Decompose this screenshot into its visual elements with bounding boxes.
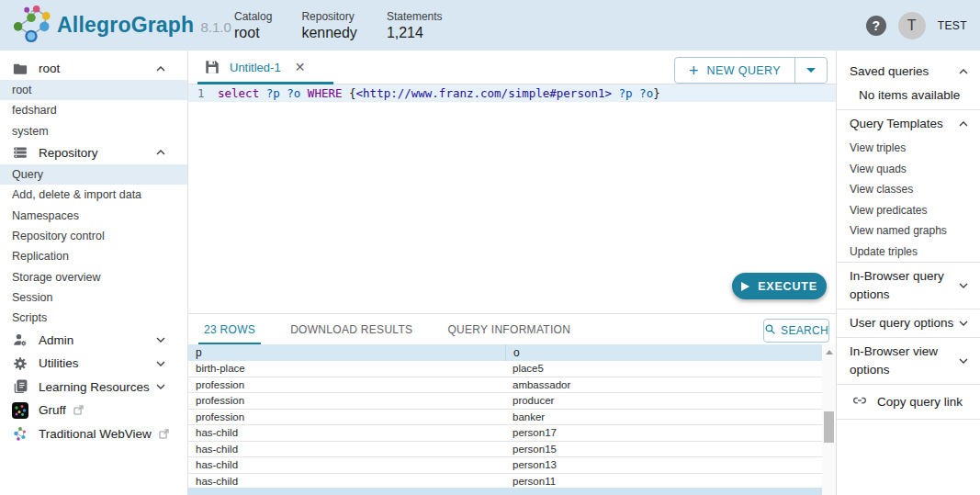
template-view-quads[interactable]: View quads xyxy=(837,159,980,180)
sidebar-item-replication-label: Replication xyxy=(12,250,69,263)
template-view-triples[interactable]: View triples xyxy=(837,138,980,159)
section-in-browser-query-options[interactable]: In-Browser query options xyxy=(837,263,980,309)
vertical-scrollbar[interactable] xyxy=(822,344,836,495)
sidebar-item-session[interactable]: Session xyxy=(0,287,187,308)
app-version: 8.1.0 xyxy=(200,19,231,35)
section-saved-queries[interactable]: Saved queries xyxy=(837,58,980,85)
scroll-up-arrow-icon[interactable] xyxy=(822,346,836,357)
link-icon xyxy=(851,392,868,411)
stat-repository-value: kennedy xyxy=(301,25,357,41)
template-view-predicates[interactable]: View predicates xyxy=(837,200,980,221)
template-view-classes[interactable]: View classes xyxy=(837,179,980,200)
sidebar-item-fedshard[interactable]: fedshard xyxy=(0,100,187,120)
sidebar-item-traditional-webview[interactable]: Traditional WebView xyxy=(0,422,187,445)
cell-p: profession xyxy=(188,410,505,425)
cell-o: ambassador xyxy=(505,377,822,393)
chevron-up-icon xyxy=(153,145,168,160)
results-tab-bar: 23 ROWS DOWNLOAD RESULTS QUERY INFORMATI… xyxy=(188,313,836,344)
sidebar-item-repository-control[interactable]: Repository control xyxy=(0,226,187,246)
tab-query-information[interactable]: QUERY INFORMATION xyxy=(442,314,576,344)
copy-query-link-button[interactable]: Copy query link xyxy=(837,385,980,419)
table-row[interactable]: profession producer xyxy=(188,393,822,410)
new-query-button[interactable]: + NEW QUERY xyxy=(675,58,795,83)
new-query-dropdown-button[interactable] xyxy=(795,58,827,83)
stat-statements-label: Statements xyxy=(387,10,443,23)
sidebar-item-admin[interactable]: Admin xyxy=(0,328,187,352)
table-row[interactable]: profession ambassador xyxy=(188,377,822,394)
sidebar-section-catalog[interactable]: root xyxy=(0,57,187,80)
saved-queries-empty-text: No items available xyxy=(837,85,980,109)
sidebar-item-root[interactable]: root xyxy=(0,80,187,100)
sidebar-item-add-delete-import[interactable]: Add, delete & import data xyxy=(0,185,187,205)
sidebar-item-add-delete-import-label: Add, delete & import data xyxy=(12,188,141,201)
chevron-down-icon xyxy=(956,278,971,293)
cell-o: person11 xyxy=(505,474,822,489)
sidebar-item-system[interactable]: system xyxy=(0,121,187,141)
column-header-o[interactable]: o xyxy=(505,344,822,361)
template-update-triples[interactable]: Update triples xyxy=(837,242,980,263)
table-row[interactable]: has-child person17 xyxy=(188,425,822,442)
stat-catalog: Catalog root xyxy=(234,10,272,41)
sidebar-item-learning-resources-label: Learning Resources xyxy=(39,380,150,394)
cell-p: has-child xyxy=(188,442,505,457)
left-sidebar: root root fedshard system Repository xyxy=(0,51,188,495)
chevron-down-icon xyxy=(153,379,168,394)
column-header-p[interactable]: p xyxy=(188,344,505,361)
user-avatar[interactable]: T xyxy=(898,12,926,39)
sidebar-item-utilities[interactable]: Utilities xyxy=(0,352,187,376)
tab-rows[interactable]: 23 ROWS xyxy=(198,314,261,344)
cell-p: has-child xyxy=(188,425,505,441)
vertical-scrollbar-thumb[interactable] xyxy=(824,411,834,443)
editor-line-number: 1 xyxy=(197,86,205,100)
tab-untitled-1[interactable]: Untitled-1 xyxy=(230,61,281,74)
saved-queries-label: Saved queries xyxy=(850,62,929,81)
sidebar-item-gruff-label: Gruff xyxy=(39,403,66,417)
help-icon[interactable]: ? xyxy=(866,16,886,36)
cell-o: place5 xyxy=(505,361,822,377)
chevron-down-icon xyxy=(153,332,168,347)
search-label: SEARCH xyxy=(781,324,828,337)
sidebar-item-fedshard-label: fedshard xyxy=(12,104,57,117)
allegrograph-logo-icon xyxy=(9,4,51,48)
cell-p: profession xyxy=(188,377,505,393)
sidebar-item-system-label: system xyxy=(12,125,49,138)
brand[interactable]: AllegroGraph 8.1.0 xyxy=(9,4,234,48)
tab-download-results[interactable]: DOWNLOAD RESULTS xyxy=(285,314,418,344)
stat-catalog-label: Catalog xyxy=(234,10,272,23)
external-link-icon xyxy=(158,428,170,440)
sidebar-item-replication[interactable]: Replication xyxy=(0,246,187,266)
sidebar-item-query[interactable]: Query xyxy=(0,164,187,185)
book-icon xyxy=(12,378,28,395)
chevron-down-icon xyxy=(956,316,971,331)
sidebar-item-gruff[interactable]: Gruff xyxy=(0,399,187,422)
cell-o: person13 xyxy=(505,457,822,473)
table-row[interactable]: has-child person15 xyxy=(188,442,822,458)
search-button[interactable]: SEARCH xyxy=(763,319,829,343)
sidebar-item-traditional-webview-label: Traditional WebView xyxy=(39,427,152,441)
horizontal-scrollbar[interactable] xyxy=(188,488,822,495)
sidebar-item-session-label: Session xyxy=(12,291,52,304)
divider xyxy=(837,419,980,420)
execute-label: EXECUTE xyxy=(758,280,817,293)
caret-down-icon xyxy=(806,68,816,73)
section-user-query-options[interactable]: User query options xyxy=(837,309,980,337)
sidebar-item-scripts[interactable]: Scripts xyxy=(0,308,187,328)
execute-button[interactable]: EXECUTE xyxy=(732,273,827,299)
template-view-named-graphs[interactable]: View named graphs xyxy=(837,220,980,242)
section-query-templates[interactable]: Query Templates xyxy=(837,110,980,138)
section-in-browser-view-options[interactable]: In-Browser view options xyxy=(837,338,980,384)
table-row[interactable]: birth-place place5 xyxy=(188,361,822,377)
table-row[interactable]: profession banker xyxy=(188,410,822,426)
sidebar-section-repository[interactable]: Repository xyxy=(0,141,187,164)
sidebar-item-namespaces[interactable]: Namespaces xyxy=(0,205,187,225)
sidebar-item-learning-resources[interactable]: Learning Resources xyxy=(0,375,187,399)
in-browser-query-options-label: In-Browser query options xyxy=(850,267,952,304)
gruff-icon xyxy=(12,402,28,419)
stat-statements-value: 1,214 xyxy=(387,25,443,41)
save-icon[interactable] xyxy=(204,59,220,75)
cell-p: has-child xyxy=(188,457,505,473)
sidebar-item-query-label: Query xyxy=(12,168,43,181)
close-tab-icon[interactable]: ✕ xyxy=(295,60,306,74)
table-row[interactable]: has-child person13 xyxy=(188,457,822,474)
sidebar-item-storage-overview[interactable]: Storage overview xyxy=(0,266,187,287)
